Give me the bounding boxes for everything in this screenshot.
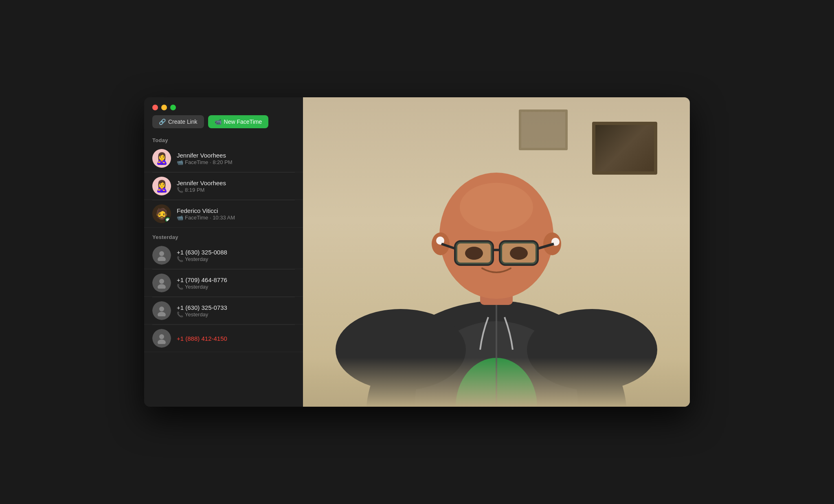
list-item[interactable]: 🙎‍♀️ Jennifer Voorhees 📹 FaceTime · 8:20…: [144, 145, 303, 172]
avatar: 🙎‍♀️: [152, 177, 171, 195]
call-type-icon: 📞: [177, 256, 183, 262]
svg-point-3: [158, 284, 166, 289]
svg-point-5: [158, 312, 166, 316]
contact-name: Jennifer Voorhees: [177, 180, 295, 186]
svg-point-4: [159, 307, 164, 311]
list-item[interactable]: +1 (630) 325-0088 📞 Yesterday: [144, 242, 303, 269]
maximize-button[interactable]: [170, 105, 176, 110]
avatar: [152, 246, 171, 265]
call-info: +1 (709) 464-8776 📞 Yesterday: [177, 276, 295, 290]
close-button[interactable]: [152, 105, 158, 110]
call-info: Jennifer Voorhees 📹 FaceTime · 8:20 PM: [177, 152, 295, 165]
create-link-label: Create Link: [168, 118, 198, 125]
titlebar: [144, 97, 303, 115]
svg-point-2: [159, 279, 164, 284]
call-detail: 📞 8:19 PM: [177, 187, 295, 193]
minimize-button[interactable]: [161, 105, 167, 110]
contact-avatar-emoji: 🙎‍♀️: [155, 180, 169, 193]
person-icon: [156, 277, 167, 289]
section-yesterday: Yesterday: [144, 232, 303, 242]
contact-name-missed: +1 (888) 412-4150: [177, 335, 295, 342]
call-detail: 📹 FaceTime · 8:20 PM: [177, 159, 295, 165]
contact-avatar-emoji: 🙎‍♀️: [155, 152, 169, 165]
call-list: Today 🙎‍♀️ Jennifer Voorhees 📹 FaceTime …: [144, 135, 303, 407]
video-icon: 📹: [215, 118, 222, 125]
call-type-icon: 📞: [177, 187, 183, 193]
call-type-icon: 📞: [177, 311, 183, 318]
contact-name: Jennifer Voorhees: [177, 152, 295, 159]
call-type-icon: 📹: [177, 215, 183, 221]
call-info: Jennifer Voorhees 📞 8:19 PM: [177, 180, 295, 193]
contact-name: +1 (630) 325-0733: [177, 304, 295, 311]
avatar: 🙎‍♀️: [152, 149, 171, 168]
svg-point-26: [510, 247, 528, 260]
call-type-icon: 📞: [177, 284, 183, 290]
svg-point-6: [159, 334, 164, 339]
app-window: 🔗 Create Link 📹 New FaceTime Today 🙎‍♀️: [144, 97, 690, 407]
call-detail: 📞 Yesterday: [177, 256, 295, 262]
header-buttons: 🔗 Create Link 📹 New FaceTime: [144, 115, 303, 135]
list-item[interactable]: +1 (888) 412-4150: [144, 325, 303, 352]
new-facetime-label: New FaceTime: [224, 118, 262, 125]
avatar-badge: 💬: [165, 217, 171, 223]
traffic-lights: [152, 105, 176, 110]
room-floor: [303, 358, 690, 407]
contact-name: +1 (630) 325-0088: [177, 249, 295, 256]
svg-point-0: [159, 251, 164, 256]
call-detail: 📞 Yesterday: [177, 311, 295, 318]
person-icon: [156, 250, 167, 261]
link-icon: 🔗: [159, 118, 166, 125]
avatar: [152, 274, 171, 292]
call-detail: 📞 Yesterday: [177, 284, 295, 290]
call-type-icon: 📹: [177, 159, 183, 165]
call-info: Federico Viticci 📹 FaceTime · 10:33 AM: [177, 207, 295, 221]
call-info: +1 (630) 325-0733 📞 Yesterday: [177, 304, 295, 318]
svg-point-1: [158, 256, 166, 261]
create-link-button[interactable]: 🔗 Create Link: [152, 115, 204, 128]
list-item[interactable]: +1 (630) 325-0733 📞 Yesterday: [144, 297, 303, 324]
avatar: [152, 301, 171, 320]
call-info: +1 (888) 412-4150: [177, 335, 295, 342]
person-icon: [156, 333, 167, 344]
video-area: [303, 97, 690, 407]
contact-name: Federico Viticci: [177, 207, 295, 214]
list-item[interactable]: +1 (709) 464-8776 📞 Yesterday: [144, 270, 303, 297]
avatar: 🧔 💬: [152, 204, 171, 223]
svg-point-7: [158, 340, 166, 344]
list-item[interactable]: 🧔 💬 Federico Viticci 📹 FaceTime · 10:33 …: [144, 200, 303, 228]
sidebar: 🔗 Create Link 📹 New FaceTime Today 🙎‍♀️: [144, 97, 303, 407]
list-item[interactable]: 🙎‍♀️ Jennifer Voorhees 📞 8:19 PM: [144, 173, 303, 200]
section-today: Today: [144, 135, 303, 145]
person-icon: [156, 305, 167, 316]
svg-point-13: [460, 183, 533, 232]
call-detail: 📹 FaceTime · 10:33 AM: [177, 215, 295, 221]
avatar: [152, 329, 171, 348]
svg-point-25: [465, 247, 483, 260]
contact-name: +1 (709) 464-8776: [177, 276, 295, 283]
new-facetime-button[interactable]: 📹 New FaceTime: [208, 115, 269, 128]
call-info: +1 (630) 325-0088 📞 Yesterday: [177, 249, 295, 262]
